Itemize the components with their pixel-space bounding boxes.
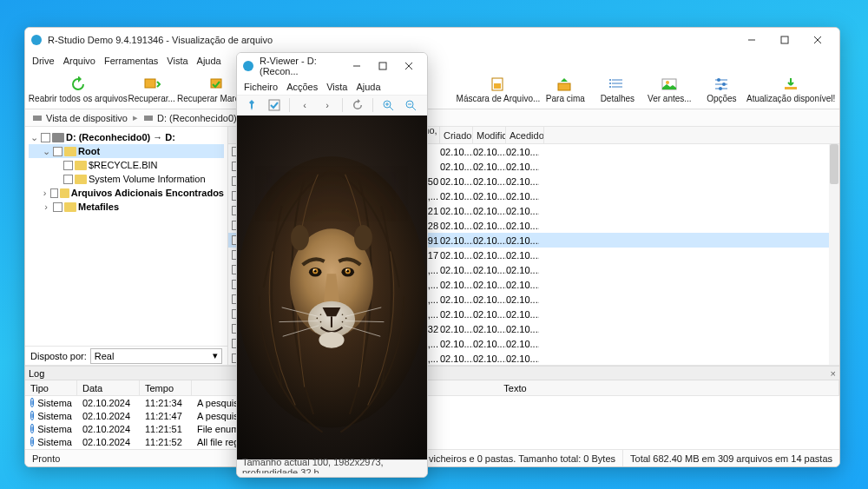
sort-select[interactable]: Real▾ [90,348,222,364]
viewer-title: R-Viewer - D: (Recon... [260,56,344,76]
info-icon: i [30,424,34,433]
reopen-button[interactable]: Reabrir todos os arquivos [30,70,126,109]
workspace: ⌄D: (Reconhecido0) → D: ⌄Root $RECYCLE.B… [25,127,839,366]
preview-icon [660,76,679,93]
sort-label: Disposto por: [30,351,87,361]
scrollbar[interactable] [829,144,839,365]
recover-button[interactable]: Recuperar... [126,70,178,109]
scrollbar-thumb[interactable] [830,144,838,184]
checkbox[interactable] [63,175,73,184]
svg-rect-2 [781,36,788,43]
svg-point-112 [342,321,344,323]
file-created: 02.10.... [440,354,473,364]
zoom-in-icon[interactable] [380,97,396,113]
menu-ajuda[interactable]: Ajuda [197,56,221,66]
recover-icon [142,76,161,93]
viewer-maximize-button[interactable] [370,53,396,79]
svg-point-13 [609,79,611,81]
device-view-tab[interactable]: Vista de dispositivo [32,113,128,123]
viewer-menu-ficheiro[interactable]: Ficheiro [244,82,278,92]
up-icon [556,76,575,93]
svg-point-89 [354,225,372,250]
close-button[interactable] [801,28,834,52]
menu-drive[interactable]: Drive [32,56,55,66]
viewer-close-button[interactable] [396,53,422,79]
folder-icon [75,175,87,184]
svg-point-95 [346,270,349,273]
preview-button[interactable]: Ver antes... [643,70,695,109]
next-icon[interactable]: › [319,97,335,113]
folder-tree[interactable]: ⌄D: (Reconhecido0) → D: ⌄Root $RECYCLE.B… [25,127,227,346]
col-created[interactable]: Criado [440,127,473,143]
options-button[interactable]: Opções [695,70,747,109]
menu-vista[interactable]: Vista [167,56,187,66]
prev-icon[interactable]: ‹ [297,97,312,113]
viewer-statusbar: Tamanho actual 100, 1982x2973, profundid… [237,459,427,473]
log-row[interactable]: iSistema02.10.202411:21:47A pesquisa est… [25,409,839,422]
file-accessed: 02.10.... [506,176,539,187]
file-accessed: 02.10.... [506,147,539,157]
mask-icon [489,76,508,93]
col-accessed[interactable]: Acedido [506,127,544,143]
folder-icon [60,188,69,198]
log-col-type[interactable]: Tipo [25,380,77,395]
details-button[interactable]: Detalhes [591,70,643,109]
viewer-menu-ajuda[interactable]: Ajuda [356,82,380,92]
check-icon[interactable] [266,97,282,113]
checkbox[interactable] [41,133,50,142]
viewer-menu-vista[interactable]: Vista [326,82,347,92]
app-icon [30,34,43,46]
titlebar[interactable]: R-Studio Demo 9.4.191346 - Visualização … [25,28,839,52]
file-modified: 02.10.... [473,147,506,157]
checkbox[interactable] [53,147,62,156]
pin-icon[interactable] [244,97,260,113]
expand-icon[interactable]: › [41,188,49,198]
tree-root-folder[interactable]: Root [78,146,100,156]
checkbox[interactable] [50,188,58,198]
folder-icon [75,161,87,170]
zoom-out-icon[interactable] [403,97,418,113]
tree-extra[interactable]: Arquivos Adicionais Encontrados [71,188,224,198]
log-close-button[interactable]: × [831,368,836,379]
checkbox[interactable] [63,161,73,170]
viewer-menu-accoes[interactable]: Acções [286,82,318,92]
expand-icon[interactable]: › [41,202,51,212]
file-modified: 02.10.... [473,176,506,187]
image-viewport[interactable] [237,116,427,459]
lion-image [237,116,427,459]
recover-marked-icon [208,76,227,93]
log-col-time[interactable]: Tempo [140,380,192,395]
minimize-button[interactable] [735,28,768,52]
collapse-icon[interactable]: ⌄ [29,132,39,143]
checkbox[interactable] [53,202,62,212]
log-body[interactable]: iSistema02.10.202411:21:34A pesquisa de … [25,396,839,449]
log-row[interactable]: iSistema02.10.202411:21:51File enumerati… [25,422,839,435]
log-row[interactable]: iSistema02.10.202411:21:52All file regio… [25,435,839,448]
log-col-date[interactable]: Data [77,380,140,395]
breadcrumb: Vista de dispositivo ▸ D: (Reconhecido0)… [25,109,839,127]
menu-arquivo[interactable]: Arquivo [63,56,95,66]
tree-recycle[interactable]: $RECYCLE.BIN [89,160,157,170]
file-created: 02.10.... [440,176,473,187]
refresh-icon[interactable] [350,97,365,113]
menu-ferramentas[interactable]: Ferramentas [104,56,158,66]
collapse-icon[interactable]: ⌄ [41,146,51,157]
svg-rect-24 [785,87,797,89]
update-button[interactable]: Atualização disponível! [747,70,834,109]
options-icon [712,76,731,93]
col-modified[interactable]: Modificado [473,127,506,143]
file-modified: 02.10.... [473,265,506,275]
viewer-resize[interactable] [237,473,427,477]
viewer-minimize-button[interactable] [344,53,370,79]
log-row[interactable]: iSistema02.10.202411:21:34A pesquisa de … [25,396,839,409]
file-modified: 02.10.... [473,354,506,364]
filemask-button[interactable]: Máscara de Arquivo... [457,70,539,109]
tree-root[interactable]: D: (Reconhecido0) → D: [66,132,175,142]
up-button[interactable]: Para cima [539,70,591,109]
tree-meta[interactable]: Metafiles [78,202,119,212]
viewer-titlebar[interactable]: R-Viewer - D: (Recon... [237,53,427,79]
status-total: Total 682.40 MB em 309 arquivos em 14 pa… [622,450,839,466]
log-title: Log× [25,367,839,380]
maximize-button[interactable] [768,28,801,52]
tree-svi[interactable]: System Volume Information [89,174,206,184]
